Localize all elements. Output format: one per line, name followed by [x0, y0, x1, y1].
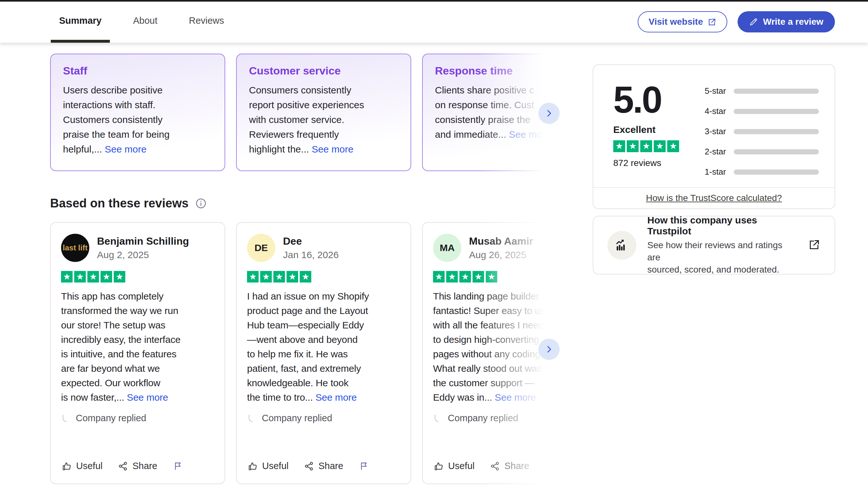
share-icon — [118, 461, 128, 471]
reviewer-name: Benjamin Schilling — [97, 235, 189, 247]
review-stars — [433, 271, 560, 283]
star-icon — [667, 140, 679, 152]
star-icon — [286, 271, 298, 283]
star-icon — [300, 271, 311, 283]
tab-reviews[interactable]: Reviews — [181, 2, 232, 43]
review-footer: Useful Share — [248, 461, 400, 471]
info-icon[interactable] — [195, 197, 207, 209]
review-footer: Useful Share — [434, 461, 560, 471]
star-icon — [640, 140, 652, 152]
insight-title: Staff — [63, 65, 212, 77]
share-button[interactable]: Share — [118, 461, 157, 471]
useful-button[interactable]: Useful — [248, 461, 288, 471]
review-stars — [247, 271, 400, 283]
top-navigation-bar: Summary About Reviews Visit website — [0, 0, 868, 43]
review-body: This app has completely transformed the … — [61, 289, 214, 404]
pencil-icon — [749, 17, 758, 26]
star-icon — [486, 271, 497, 283]
see-more-link[interactable]: See more — [127, 392, 168, 402]
share-label: Share — [132, 461, 157, 471]
distribution-row: 3-star — [698, 127, 819, 136]
see-more-link[interactable]: See more — [312, 144, 353, 155]
reviews-count: 872 reviews — [613, 158, 679, 168]
star-distribution: 5-star 4-star 3-star 2-star 1-star — [698, 83, 819, 187]
insight-card-customer-service: Customer service Consumers consistently … — [236, 54, 411, 171]
star-icon — [613, 140, 625, 152]
flag-report-button[interactable] — [173, 461, 183, 471]
share-icon — [304, 461, 314, 471]
share-button[interactable]: Share — [304, 461, 343, 471]
distribution-label: 5-star — [698, 86, 726, 96]
star-icon — [472, 271, 484, 283]
chevron-right-icon — [544, 108, 554, 118]
star-icon — [100, 271, 112, 283]
tab-about[interactable]: About — [125, 2, 166, 43]
company-replied-label: Company replied — [448, 413, 518, 423]
star-icon — [446, 271, 458, 283]
company-replied[interactable]: Company replied — [247, 413, 400, 423]
company-usage-card[interactable]: How this company uses Trustpilot See how… — [593, 216, 835, 274]
useful-button[interactable]: Useful — [434, 461, 474, 471]
star-icon — [260, 271, 272, 283]
reply-arc-icon — [433, 414, 443, 423]
insight-title: Customer service — [249, 65, 398, 77]
chevron-right-icon — [544, 345, 554, 354]
insights-next-button[interactable] — [538, 103, 560, 124]
external-link-icon — [708, 18, 716, 26]
share-icon — [490, 461, 500, 471]
review-date: Aug 2, 2025 — [97, 250, 189, 260]
section-title: Based on these reviews — [50, 196, 189, 210]
review-body: I had an issue on my Shopify product pag… — [247, 289, 400, 404]
company-replied[interactable]: Company replied — [61, 413, 214, 423]
see-more-link[interactable]: See more — [509, 129, 551, 140]
see-more-link[interactable]: See more — [105, 144, 147, 155]
distribution-label: 2-star — [698, 147, 726, 157]
review-card: DE Dee Jan 16, 2026 I had an issue on my… — [236, 222, 411, 484]
trustscore-summary: 5.0 Excellent 872 reviews 5-star 4-star … — [593, 65, 835, 187]
reviewer-info: Benjamin Schilling Aug 2, 2025 — [97, 235, 189, 260]
distribution-label: 4-star — [698, 106, 726, 116]
distribution-bar — [734, 169, 819, 175]
thumbs-up-icon — [62, 461, 72, 471]
company-usage-desc: See how their reviews and ratings are so… — [647, 239, 797, 276]
external-link-icon[interactable] — [808, 238, 820, 252]
review-card: last lift Benjamin Schilling Aug 2, 2025… — [50, 222, 225, 484]
reviews-next-button[interactable] — [538, 339, 560, 360]
company-usage-title: How this company uses Trustpilot — [647, 215, 797, 237]
review-footer: Useful Share — [62, 461, 214, 471]
how-trustscore-calculated-link[interactable]: How is the TrustScore calculated? — [646, 193, 782, 203]
distribution-bar — [734, 89, 819, 94]
write-review-button[interactable]: Write a review — [738, 11, 835, 32]
tab-summary[interactable]: Summary — [51, 2, 110, 43]
visit-website-label: Visit website — [649, 17, 703, 27]
see-more-link[interactable]: See more — [315, 392, 356, 402]
avatar: last lift — [61, 234, 89, 262]
star-icon — [247, 271, 258, 283]
star-icon — [74, 271, 86, 283]
trustscore-label: Excellent — [613, 124, 679, 135]
review-header: last lift Benjamin Schilling Aug 2, 2025 — [61, 234, 214, 262]
trustscore-card: 5.0 Excellent 872 reviews 5-star 4-star … — [593, 64, 835, 209]
insight-body: Consumers consistently report positive e… — [249, 83, 398, 157]
flag-report-button[interactable] — [359, 461, 369, 471]
trustscore-value: 5.0 — [613, 83, 679, 117]
distribution-row: 4-star — [698, 106, 819, 116]
reply-arc-icon — [247, 414, 257, 423]
useful-button[interactable]: Useful — [62, 461, 102, 471]
trustpilot-summary-page: Summary About Reviews Visit website — [0, 0, 868, 488]
review-header: DE Dee Jan 16, 2026 — [247, 234, 400, 262]
see-more-link[interactable]: See more — [495, 392, 536, 402]
review-header: MA Musab Aamir Aug 26, 2025 — [433, 234, 560, 262]
thumbs-up-icon — [248, 461, 258, 471]
distribution-row: 1-star — [698, 167, 819, 177]
visit-website-button[interactable]: Visit website — [638, 11, 727, 32]
share-button[interactable]: Share — [490, 461, 529, 471]
share-label: Share — [504, 461, 529, 471]
trustscore-link-row: How is the TrustScore calculated? — [593, 187, 835, 208]
star-icon — [433, 271, 444, 283]
star-icon — [459, 271, 471, 283]
star-icon — [87, 271, 99, 283]
insight-card-staff: Staff Users describe positive interactio… — [50, 54, 225, 171]
company-replied[interactable]: Company replied — [433, 413, 560, 423]
distribution-bar — [734, 109, 819, 114]
